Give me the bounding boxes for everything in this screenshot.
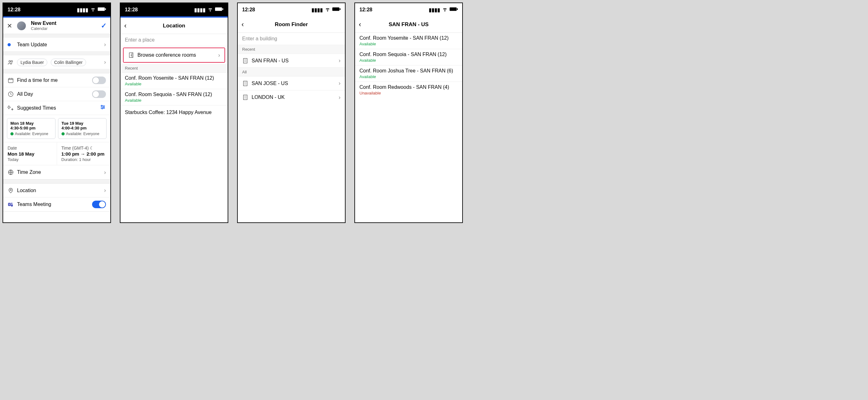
people-icon xyxy=(7,59,17,66)
location-label: Location xyxy=(17,188,104,193)
all-day-row[interactable]: All Day xyxy=(3,87,110,101)
room-item[interactable]: Conf. Room Sequoia - SAN FRAN (12) Avail… xyxy=(355,49,462,66)
wifi-icon xyxy=(90,6,96,13)
room-name: Conf. Room Sequoia - SAN FRAN (12) xyxy=(360,52,447,57)
timezone-label: Time Zone xyxy=(17,169,104,175)
room-name: Conf. Room Yosemite - SAN FRAN (12) xyxy=(125,75,214,81)
status-time: 12:28 xyxy=(360,7,372,12)
building-name: SAN JOSE - US xyxy=(252,80,339,86)
wifi-icon xyxy=(442,6,448,13)
svg-point-13 xyxy=(11,203,12,204)
room-status: Available xyxy=(360,58,376,63)
place-name: Starbucks Coffee: 1234 Happy Avenue xyxy=(125,110,212,115)
teams-meeting-row[interactable]: T Teams Meeting xyxy=(3,198,110,211)
signal-icon: ▮▮▮▮ xyxy=(194,7,206,13)
attendee-chip[interactable]: Lydia Bauer xyxy=(17,59,47,66)
building-item[interactable]: LONDON - UK › xyxy=(238,90,345,104)
svg-rect-23 xyxy=(450,7,457,11)
browse-rooms-row[interactable]: Browse conference rooms › xyxy=(124,48,224,62)
status-icons: ▮▮▮▮ xyxy=(429,6,458,13)
svg-point-6 xyxy=(101,105,102,106)
svg-rect-19 xyxy=(340,8,341,10)
suggested-time-card[interactable]: Mon 18 May 4:30-5:00 pm Available: Every… xyxy=(7,118,56,139)
back-icon[interactable]: ‹ xyxy=(124,22,134,30)
room-finder-header: ‹ Room Finder xyxy=(238,16,345,33)
chevron-right-icon: › xyxy=(339,94,341,101)
new-event-header: ✕ New Event Calendar ✓ xyxy=(3,18,110,34)
header-title: New Event xyxy=(31,21,56,26)
chevron-right-icon: › xyxy=(104,59,106,66)
building-input[interactable]: Enter a building xyxy=(238,33,345,45)
calendar-dot-icon xyxy=(7,43,11,46)
status-icons: ▮▮▮▮ xyxy=(77,6,106,13)
event-title-row[interactable]: Team Update › xyxy=(3,38,110,52)
suggested-times-label: Suggested Times xyxy=(17,105,100,111)
recent-place-item[interactable]: Starbucks Coffee: 1234 Happy Avenue xyxy=(120,105,228,120)
room-item[interactable]: Conf. Room Joshua Tree - SAN FRAN (6) Av… xyxy=(355,66,462,82)
room-name: Conf. Room Redwoods - SAN FRAN (4) xyxy=(360,85,449,90)
battery-icon xyxy=(332,7,341,12)
status-time: 12:28 xyxy=(242,7,255,12)
recent-section-label: Recent xyxy=(238,45,345,54)
attendees-row[interactable]: Lydia Bauer Colin Ballinger › xyxy=(3,56,110,69)
find-time-toggle[interactable] xyxy=(92,76,106,84)
signal-icon: ▮▮▮▮ xyxy=(77,7,88,13)
save-check-icon[interactable]: ✓ xyxy=(101,22,106,30)
suggested-times-cards: Mon 18 May 4:30-5:00 pm Available: Every… xyxy=(3,115,110,142)
room-item[interactable]: Conf. Room Redwoods - SAN FRAN (4) Unava… xyxy=(355,82,462,98)
place-input[interactable]: Enter a place xyxy=(120,34,228,46)
door-icon xyxy=(128,52,137,58)
page-title: SAN FRAN - US xyxy=(389,22,429,28)
timezone-row[interactable]: Time Zone › xyxy=(3,165,110,179)
moon-icon: ☾ xyxy=(90,145,94,151)
back-icon[interactable]: ‹ xyxy=(359,21,368,29)
header-subtitle: Calendar xyxy=(31,26,56,31)
status-bar: 12:28 ▮▮▮▮ xyxy=(238,3,345,16)
building-rooms-screen: 12:28 ▮▮▮▮ ‹ SAN FRAN - US Conf. Room Yo… xyxy=(354,2,463,223)
chevron-right-icon: › xyxy=(339,80,341,87)
building-item[interactable]: SAN JOSE - US › xyxy=(238,76,345,90)
sugg-time: 4:00-4:30 pm xyxy=(61,126,103,130)
svg-rect-0 xyxy=(98,7,105,11)
svg-rect-4 xyxy=(8,78,13,82)
suggested-time-card[interactable]: Tue 19 May 4:00-4:30 pm Available: Every… xyxy=(58,118,106,139)
status-bar: 12:28 ▮▮▮▮ xyxy=(355,3,462,16)
location-screen: 12:28 ▮▮▮▮ ‹ Location Enter a place Brow… xyxy=(120,2,228,223)
sugg-date: Mon 18 May xyxy=(10,121,52,126)
date-column[interactable]: Date Mon 18 May Today xyxy=(3,142,57,165)
room-name: Conf. Room Sequoia - SAN FRAN (12) xyxy=(125,92,212,97)
room-name: Conf. Room Yosemite - SAN FRAN (12) xyxy=(360,35,449,41)
page-title: Location xyxy=(163,23,185,29)
svg-point-17 xyxy=(131,55,131,56)
page-title: Room Finder xyxy=(275,22,308,28)
teams-meeting-label: Teams Meeting xyxy=(17,202,92,207)
sugg-avail: Available: Everyone xyxy=(66,132,99,136)
time-column[interactable]: Time (GMT-4) ☾ 1:00 pm → 2:00 pm Duratio… xyxy=(57,142,111,165)
location-row[interactable]: Location › xyxy=(3,184,110,198)
attendee-chip[interactable]: Colin Ballinger xyxy=(51,59,86,66)
building-name: LONDON - UK xyxy=(252,95,339,100)
filter-icon[interactable] xyxy=(100,104,106,112)
room-status: Available xyxy=(360,41,376,46)
teams-meeting-toggle[interactable] xyxy=(92,201,106,208)
building-item[interactable]: SAN FRAN - US › xyxy=(238,54,345,68)
room-finder-screen: 12:28 ▮▮▮▮ ‹ Room Finder Enter a buildin… xyxy=(237,2,346,223)
close-icon[interactable]: ✕ xyxy=(7,22,14,30)
find-time-row[interactable]: Find a time for me xyxy=(3,73,110,87)
location-header: ‹ Location xyxy=(120,18,228,34)
recent-room-item[interactable]: Conf. Room Yosemite - SAN FRAN (12) Avai… xyxy=(120,73,228,89)
sparkle-icon xyxy=(7,105,17,111)
suggested-times-row[interactable]: Suggested Times xyxy=(3,101,110,115)
date-value: Mon 18 May xyxy=(7,151,52,157)
all-day-toggle[interactable] xyxy=(92,90,106,98)
event-title: Team Update xyxy=(17,42,104,47)
new-event-screen: 12:28 ▮▮▮▮ ✕ New Event Calendar ✓ Team U… xyxy=(2,2,111,223)
recent-room-item[interactable]: Conf. Room Sequoia - SAN FRAN (12) Avail… xyxy=(120,89,228,105)
room-item[interactable]: Conf. Room Yosemite - SAN FRAN (12) Avai… xyxy=(355,33,462,49)
back-icon[interactable]: ‹ xyxy=(242,21,251,29)
svg-point-10 xyxy=(10,189,11,191)
building-icon xyxy=(242,80,252,87)
available-dot-icon xyxy=(10,132,13,135)
room-name: Conf. Room Joshua Tree - SAN FRAN (6) xyxy=(360,68,453,74)
battery-icon xyxy=(450,7,458,12)
